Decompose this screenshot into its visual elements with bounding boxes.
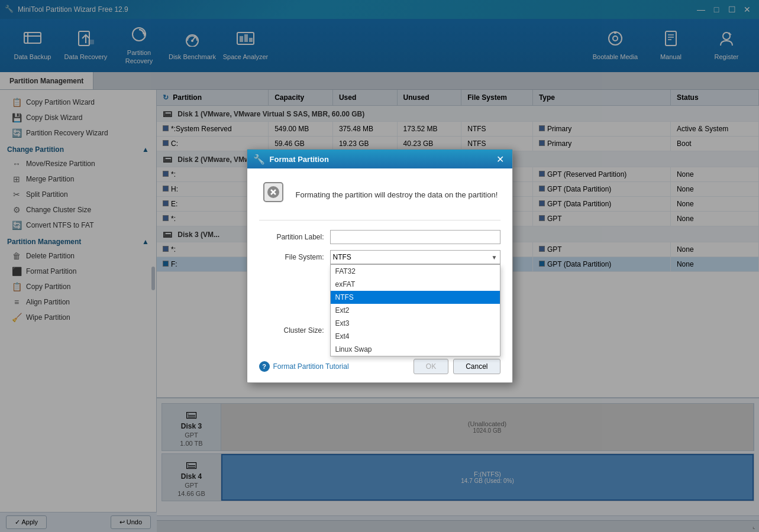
cluster-size-label: Cluster Size:	[259, 326, 330, 335]
warning-row: Formating the partition will destroy the…	[259, 178, 500, 220]
modal-title-text: Format Partition	[270, 155, 490, 164]
modal-close-button[interactable]: ✕	[495, 153, 506, 165]
modal-btn-group: OK Cancel	[414, 359, 500, 374]
option-ext4[interactable]: Ext4	[331, 330, 500, 343]
format-partition-modal: 🔧 Format Partition ✕ Formating the parti…	[247, 149, 513, 383]
modal-body: Formating the partition will destroy the…	[247, 168, 512, 353]
help-link[interactable]: ? Format Partition Tutorial	[259, 361, 349, 372]
option-linux-swap[interactable]: Linux Swap	[331, 343, 500, 356]
option-exfat[interactable]: exFAT	[331, 278, 500, 291]
file-system-label: File System:	[259, 253, 330, 261]
ok-button[interactable]: OK	[414, 359, 448, 374]
dropdown-arrow-icon: ▼	[492, 254, 498, 261]
cancel-button[interactable]: Cancel	[453, 359, 500, 374]
partition-label-row: Partition Label:	[259, 230, 500, 244]
modal-title-icon: 🔧	[253, 154, 265, 165]
file-system-display[interactable]: NTFS ▼	[330, 250, 500, 264]
modal-title-bar: 🔧 Format Partition ✕	[247, 150, 512, 168]
partition-label-input[interactable]	[330, 230, 500, 244]
file-system-select-wrap: NTFS ▼ FAT32 exFAT NTFS Ext2 Ext3 Ext4 L…	[330, 250, 500, 264]
warning-icon	[259, 178, 288, 212]
option-ext2[interactable]: Ext2	[331, 304, 500, 317]
partition-label-label: Partition Label:	[259, 233, 330, 241]
help-icon: ?	[259, 361, 270, 372]
option-ntfs[interactable]: NTFS	[331, 291, 500, 304]
file-system-dropdown: FAT32 exFAT NTFS Ext2 Ext3 Ext4 Linux Sw…	[330, 264, 500, 356]
modal-footer: ? Format Partition Tutorial OK Cancel	[247, 353, 512, 382]
modal-overlay[interactable]: 🔧 Format Partition ✕ Formating the parti…	[0, 0, 759, 532]
option-ext3[interactable]: Ext3	[331, 317, 500, 330]
option-fat32[interactable]: FAT32	[331, 265, 500, 278]
warning-text: Formating the partition will destroy the…	[296, 190, 498, 199]
file-system-row: File System: NTFS ▼ FAT32 exFAT NTFS Ext…	[259, 250, 500, 264]
